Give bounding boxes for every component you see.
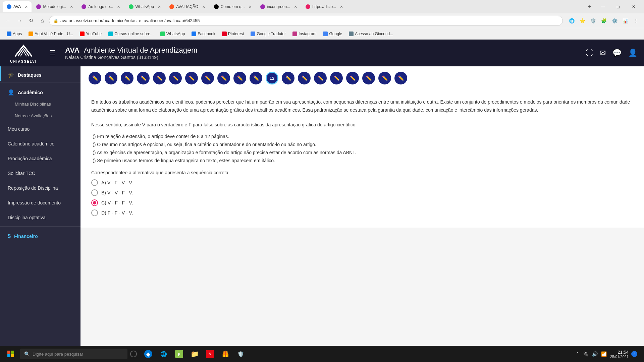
sidebar-item-meu-curso[interactable]: Meu curso <box>0 122 80 136</box>
menu-dots-icon[interactable]: ⋮ <box>631 16 641 25</box>
taskbar-vlc-icon[interactable]: 🦺 <box>218 346 233 362</box>
bookmark-acesso-ao-giocond...[interactable]: Acesso ao Giocond... <box>346 30 396 38</box>
bluetooth-icon[interactable]: 📶 <box>600 351 607 357</box>
notification-badge[interactable]: 2 <box>631 351 637 357</box>
academico-icon: 👤 <box>8 89 14 96</box>
question-nav-btn-12[interactable]: 12 <box>266 72 278 84</box>
question-nav-btn-10[interactable]: ✏️ <box>233 72 246 84</box>
question-nav-btn-7[interactable]: ✏️ <box>185 72 198 84</box>
taskbar-netflix-icon[interactable]: N <box>203 346 217 362</box>
reload-button[interactable]: ↻ <box>26 16 36 25</box>
browser-tab-tab4[interactable]: WhatsApp× <box>125 1 165 12</box>
home-button[interactable]: ⌂ <box>38 16 47 25</box>
taskbar-files-icon[interactable]: 📁 <box>187 346 202 362</box>
sidebar-item-destaques[interactable]: 🎓 Destaques <box>0 66 80 81</box>
answer-option-c[interactable]: C) V - F - F - V. <box>91 199 633 206</box>
question-nav-btn-9[interactable]: ✏️ <box>217 72 230 84</box>
start-button[interactable] <box>3 346 19 362</box>
sidebar-item-academico[interactable]: 👤 Acadêmico <box>0 84 80 98</box>
question-nav-btn-13[interactable]: ✏️ <box>282 72 294 84</box>
menu-toggle-button[interactable]: ☰ <box>47 46 58 60</box>
sidebar-item-impressao[interactable]: Impressão de documento <box>0 195 80 210</box>
question-nav-btn-8[interactable]: ✏️ <box>201 72 214 84</box>
bookmark-google-tradutor[interactable]: Google Tradutor <box>248 30 288 38</box>
sidebar-item-reposicao[interactable]: Reposição de Disciplina <box>0 181 80 195</box>
question-nav-btn-4[interactable]: ✏️ <box>137 72 150 84</box>
fullscreen-button[interactable]: ⛶ <box>586 49 593 57</box>
radio-b[interactable] <box>91 189 98 196</box>
answer-option-a[interactable]: A) V - F - V - V. <box>91 179 633 186</box>
bookmark-facebook[interactable]: Facebook <box>189 30 218 38</box>
maximize-button[interactable]: ◻ <box>610 0 626 13</box>
question-nav-btn-18[interactable]: ✏️ <box>362 72 375 84</box>
address-bar[interactable]: 🔒 ava.uniasselvi.com.br/academico/notas_… <box>49 16 563 26</box>
answer-option-b[interactable]: B) V - V - F - V. <box>91 189 633 196</box>
network-icon[interactable]: 🔌 <box>582 351 589 357</box>
sidebar-item-financeiro[interactable]: $ Financeiro <box>0 228 80 242</box>
sidebar-item-tcc[interactable]: Solicitar TCC <box>0 166 80 181</box>
question-nav-btn-15[interactable]: ✏️ <box>314 72 327 84</box>
back-button[interactable]: ← <box>3 16 13 25</box>
question-nav-btn-14[interactable]: ✏️ <box>298 72 311 84</box>
browser-tab-tab8[interactable]: https://dicio...× <box>302 1 347 12</box>
bookmark-whatsapp[interactable]: WhatsApp <box>158 30 187 38</box>
question-nav-btn-5[interactable]: ✏️ <box>153 72 166 84</box>
bookmark-google[interactable]: Google <box>320 30 345 38</box>
sidebar-item-disciplina-optativa[interactable]: Disciplina optativa <box>0 210 80 225</box>
translate-icon[interactable]: 🌐 <box>567 16 576 25</box>
destaques-icon: 🎓 <box>8 72 14 78</box>
radio-c[interactable] <box>91 199 98 206</box>
question-content: Em todos os trabalhos acadêmicos ou cien… <box>80 90 644 228</box>
sound-icon[interactable]: 🔊 <box>591 351 598 357</box>
messages-button[interactable]: ✉ <box>600 49 606 57</box>
profile-button[interactable]: 👤 <box>628 49 637 57</box>
browser-tab-tab7[interactable]: incongruên...× <box>256 1 301 12</box>
bookmark-star-icon[interactable]: ⭐ <box>578 16 587 25</box>
taskbar-security-icon[interactable]: 🛡️ <box>233 346 248 362</box>
question-nav-btn-1[interactable]: ✏️ <box>89 72 101 84</box>
browser-tab-tab5[interactable]: AVALIAÇÃO× <box>165 1 209 12</box>
extension1-icon[interactable]: 🛡️ <box>588 16 598 25</box>
taskbar-clock[interactable]: 21:54 25/01/2021 <box>610 350 629 359</box>
question-nav-btn-11[interactable]: ✏️ <box>250 72 262 84</box>
logo-image <box>12 43 35 60</box>
close-button[interactable]: ✕ <box>626 0 641 13</box>
sidebar-item-calendario[interactable]: Calendário acadêmico <box>0 136 80 151</box>
sidebar-item-minhas-disciplinas[interactable]: Minhas Disciplinas <box>0 98 80 110</box>
browser-tab-tab2[interactable]: Metodologi...× <box>32 1 77 12</box>
question-nav-btn-17[interactable]: ✏️ <box>346 72 359 84</box>
extension2-icon[interactable]: 🧩 <box>599 16 608 25</box>
bookmark-youtube[interactable]: YouTube <box>77 30 104 38</box>
radio-d[interactable] <box>91 209 98 216</box>
bar-chart-icon[interactable]: 📊 <box>621 16 630 25</box>
answer-option-d[interactable]: D) F - F - V - V. <box>91 209 633 216</box>
bookmark-cursos-online-sobre...[interactable]: Cursos online sobre... <box>106 30 156 38</box>
question-nav-btn-2[interactable]: ✏️ <box>105 72 117 84</box>
bookmark-aqui-você-pode---u...[interactable]: Aqui Você Pode - U... <box>26 30 76 38</box>
forward-button[interactable]: → <box>15 16 24 25</box>
chevron-up-icon[interactable]: ⌃ <box>575 351 580 357</box>
browser-tab-tab6[interactable]: Como em q...× <box>210 1 256 12</box>
sidebar-item-producao[interactable]: Produção acadêmica <box>0 151 80 166</box>
bookmark-apps[interactable]: Apps <box>4 30 24 38</box>
new-tab-button[interactable]: + <box>585 2 594 11</box>
bookmark-pinterest[interactable]: Pinterest <box>219 30 247 38</box>
question-nav-btn-6[interactable]: ✏️ <box>169 72 182 84</box>
browser-tab-tab1[interactable]: AVA× <box>3 1 32 12</box>
question-nav-btn-3[interactable]: ✏️ <box>121 72 133 84</box>
taskbar-chrome-icon[interactable]: 🌐 <box>156 346 171 362</box>
cortana-button[interactable] <box>130 351 137 357</box>
taskbar-search[interactable]: 🔍 Digite aqui para pesquisar <box>20 349 127 359</box>
sidebar-item-notas-avaliacoes[interactable]: Notas e Avaliações <box>0 110 80 122</box>
browser-tab-tab3[interactable]: Ao longo de...× <box>77 1 124 12</box>
minimize-button[interactable]: — <box>595 0 610 13</box>
question-nav-btn-16[interactable]: ✏️ <box>330 72 343 84</box>
chat-button[interactable]: 💬 <box>612 49 622 57</box>
bookmark-instagram[interactable]: Instagram <box>290 30 319 38</box>
question-nav-btn-20[interactable]: ✏️ <box>394 72 407 84</box>
taskbar-utorrent-icon[interactable]: μ <box>172 346 186 362</box>
question-nav-btn-19[interactable]: ✏️ <box>378 72 391 84</box>
taskbar-edge-icon[interactable]: ◆ <box>141 346 156 362</box>
extensions-more-icon[interactable]: ⚙️ <box>610 16 619 25</box>
radio-a[interactable] <box>91 179 98 186</box>
